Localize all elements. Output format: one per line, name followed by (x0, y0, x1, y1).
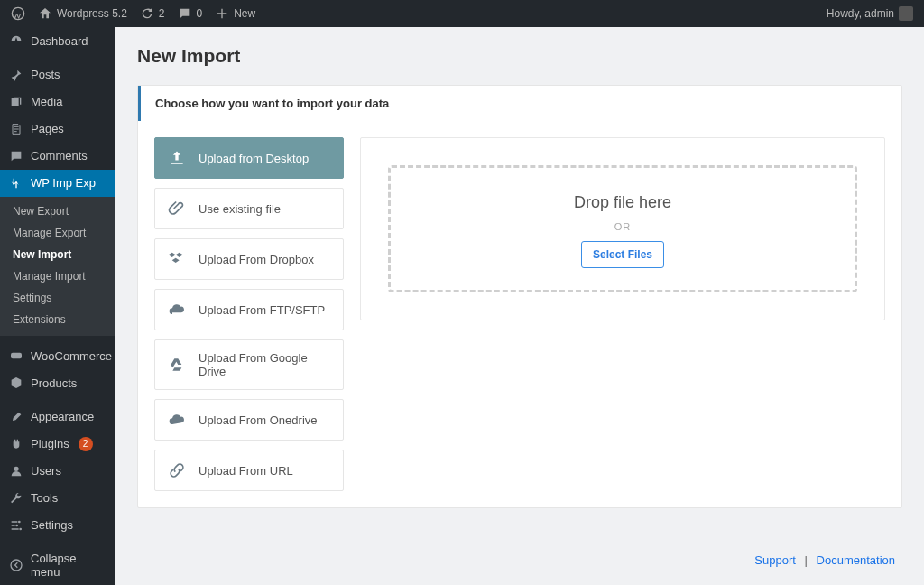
plugins-badge: 2 (79, 437, 93, 451)
dropzone-wrapper: Drop file here OR Select Files (360, 137, 885, 320)
sidebar-item-woocommerce[interactable]: WooCommerce (0, 342, 116, 369)
method-upload-desktop[interactable]: Upload from Desktop (154, 137, 344, 179)
cloud-up-icon (168, 301, 186, 319)
comment-icon (9, 149, 23, 163)
site-name-link[interactable]: Wordpress 5.2 (38, 6, 127, 21)
submenu-manage-export[interactable]: Manage Export (0, 222, 116, 244)
sidebar-item-label: Plugins (31, 437, 69, 450)
sidebar-item-users[interactable]: Users (0, 458, 116, 485)
upload-icon (168, 149, 186, 167)
sidebar-item-comments[interactable]: Comments (0, 143, 116, 170)
sidebar-item-label: Posts (31, 68, 60, 81)
import-panel: Choose how you want to import your data … (137, 85, 902, 508)
svg-rect-1 (11, 353, 22, 359)
panel-header: Choose how you want to import your data (138, 86, 901, 121)
pin-icon (9, 68, 23, 82)
comments-count: 0 (197, 7, 203, 20)
sidebar-item-tools[interactable]: Tools (0, 485, 116, 512)
new-label: New (234, 7, 255, 20)
sidebar-item-label: Dashboard (31, 34, 88, 48)
import-methods: Upload from Desktop Use existing file Up… (154, 137, 344, 491)
method-label: Upload from Desktop (199, 152, 309, 165)
method-label: Upload From Onedrive (199, 413, 318, 427)
method-url[interactable]: Upload From URL (154, 450, 344, 491)
sidebar-item-label: Users (31, 464, 61, 478)
method-ftp[interactable]: Upload From FTP/SFTP (154, 289, 344, 330)
sidebar-item-label: WooCommerce (31, 349, 112, 363)
support-link[interactable]: Support (754, 553, 796, 567)
refresh-icon (140, 6, 154, 21)
sidebar-item-posts[interactable]: Posts (0, 61, 116, 88)
method-google-drive[interactable]: Upload From Google Drive (154, 339, 344, 390)
comments-link[interactable]: 0 (178, 6, 203, 21)
sidebar-item-plugins[interactable]: Plugins 2 (0, 431, 116, 458)
method-existing-file[interactable]: Use existing file (154, 188, 344, 229)
sidebar-item-label: Comments (31, 149, 88, 162)
sidebar-item-label: Appearance (31, 410, 94, 423)
sidebar-item-label: Pages (31, 122, 64, 135)
method-label: Use existing file (199, 202, 281, 216)
products-icon (9, 376, 23, 390)
sidebar-item-wpimpexp[interactable]: WP Imp Exp (0, 170, 116, 197)
sidebar-item-label: Products (31, 376, 77, 390)
svg-point-5 (19, 527, 22, 530)
sliders-icon (9, 518, 23, 533)
cloud-icon (168, 411, 186, 429)
collapse-icon (9, 558, 23, 572)
howdy-account[interactable]: Howdy, admin (827, 6, 913, 21)
new-content-link[interactable]: New (215, 6, 255, 21)
submenu-new-export[interactable]: New Export (0, 200, 116, 222)
admin-sidebar: Dashboard Posts Media Pages Comments WP … (0, 27, 116, 585)
sidebar-item-pages[interactable]: Pages (0, 116, 116, 143)
submenu-new-import[interactable]: New Import (0, 244, 116, 265)
drop-title: Drop file here (391, 193, 855, 212)
woocommerce-icon (9, 348, 23, 363)
updates-link[interactable]: 2 (140, 6, 165, 21)
sidebar-item-label: Tools (31, 491, 58, 505)
plus-icon (215, 6, 229, 21)
plug-icon (9, 437, 23, 451)
svg-point-2 (14, 466, 18, 470)
sidebar-item-products[interactable]: Products (0, 369, 116, 396)
comment-icon (178, 6, 192, 21)
main-content: New Import Choose how you want to import… (116, 27, 924, 585)
user-icon (9, 464, 23, 478)
sidebar-item-settings[interactable]: Settings (0, 512, 116, 539)
wordpress-logo[interactable] (11, 6, 25, 21)
select-files-button[interactable]: Select Files (581, 241, 664, 268)
sidebar-submenu: New Export Manage Export New Import Mana… (0, 197, 116, 336)
sidebar-item-label: Media (31, 95, 62, 108)
submenu-settings[interactable]: Settings (0, 287, 116, 309)
method-label: Upload From Google Drive (199, 351, 330, 378)
avatar (899, 6, 913, 21)
updates-count: 2 (159, 7, 165, 20)
brush-icon (9, 410, 23, 424)
submenu-extensions[interactable]: Extensions (0, 309, 116, 330)
sidebar-collapse[interactable]: Collapse menu (0, 545, 116, 585)
submenu-manage-import[interactable]: Manage Import (0, 265, 116, 287)
method-label: Upload From Dropbox (199, 253, 314, 266)
dashboard-icon (9, 33, 23, 48)
method-onedrive[interactable]: Upload From Onedrive (154, 399, 344, 441)
wrench-icon (9, 491, 23, 506)
footer-separator: | (805, 553, 808, 567)
method-dropbox[interactable]: Upload From Dropbox (154, 238, 344, 280)
sidebar-item-dashboard[interactable]: Dashboard (0, 27, 116, 54)
dropbox-icon (168, 250, 186, 268)
method-label: Upload From FTP/SFTP (199, 303, 325, 317)
google-drive-icon (168, 356, 186, 374)
sidebar-item-media[interactable]: Media (0, 88, 116, 116)
pages-icon (9, 122, 23, 136)
page-title: New Import (137, 45, 902, 67)
documentation-link[interactable]: Documentation (817, 553, 895, 567)
svg-point-6 (11, 560, 22, 571)
dropzone[interactable]: Drop file here OR Select Files (388, 165, 857, 292)
import-export-icon (9, 176, 23, 190)
admin-bar: Wordpress 5.2 2 0 New Howdy, admin (0, 0, 924, 27)
sidebar-item-appearance[interactable]: Appearance (0, 404, 116, 431)
media-icon (9, 95, 23, 109)
svg-point-3 (18, 520, 21, 523)
method-label: Upload From URL (199, 464, 293, 478)
footer-links: Support | Documentation (137, 553, 902, 567)
link-icon (168, 461, 186, 479)
